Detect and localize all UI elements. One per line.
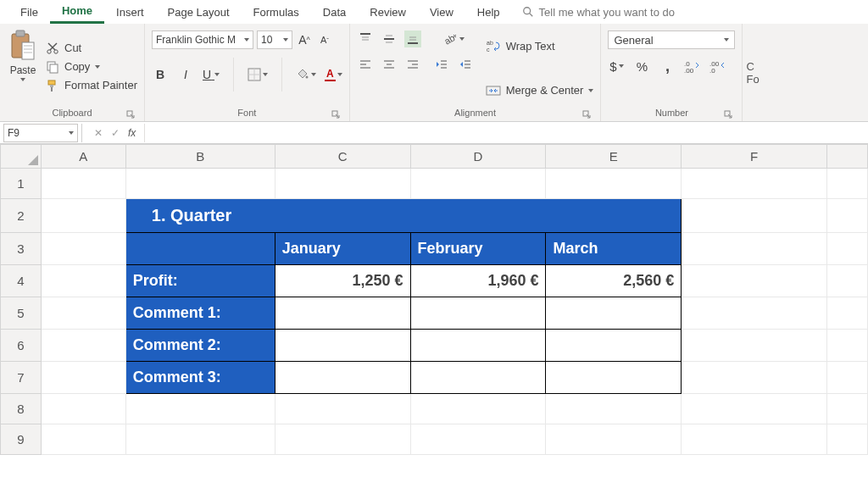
percent-button[interactable]: % — [633, 58, 650, 75]
alignment-dialog-launcher[interactable] — [581, 109, 592, 119]
col-header-c[interactable]: C — [275, 145, 410, 169]
tab-insert[interactable]: Insert — [104, 0, 156, 24]
cell[interactable] — [827, 424, 868, 455]
align-right-button[interactable] — [404, 56, 421, 73]
cell[interactable] — [41, 169, 125, 199]
cell[interactable] — [275, 330, 410, 362]
merge-center-button[interactable]: Merge & Center — [486, 84, 594, 97]
cell-title[interactable]: 1. Quarter — [125, 199, 681, 233]
row-header-7[interactable]: 7 — [1, 362, 42, 394]
align-left-button[interactable] — [357, 56, 374, 73]
col-header-e[interactable]: E — [546, 145, 682, 169]
underline-button[interactable]: U — [203, 66, 220, 83]
paste-button[interactable]: Paste — [7, 27, 42, 106]
cancel-formula-button[interactable]: ✕ — [94, 127, 103, 139]
decrease-decimal-button[interactable]: .00.0 — [709, 58, 726, 75]
spreadsheet-grid[interactable]: A B C D E F 1 2 1. Quarter 3 January Feb… — [0, 144, 868, 455]
comma-button[interactable]: , — [659, 58, 676, 75]
cell[interactable] — [125, 169, 275, 199]
cell[interactable] — [682, 265, 827, 297]
cell-profit-label[interactable]: Profit: — [125, 265, 275, 297]
decrease-indent-button[interactable] — [433, 56, 450, 73]
cell[interactable] — [827, 394, 868, 424]
row-header-9[interactable]: 9 — [1, 424, 42, 455]
formula-input[interactable] — [144, 124, 868, 142]
accounting-format-button[interactable]: $ — [608, 58, 625, 75]
orientation-button[interactable]: ab — [433, 30, 474, 47]
enter-formula-button[interactable]: ✓ — [111, 127, 120, 139]
cell[interactable] — [682, 233, 827, 265]
wrap-text-button[interactable]: abc Wrap Text — [486, 39, 594, 53]
row-header-3[interactable]: 3 — [1, 233, 42, 265]
cell[interactable] — [410, 424, 546, 455]
cell[interactable] — [275, 394, 410, 424]
col-header-f[interactable]: F — [682, 145, 827, 169]
cell[interactable] — [410, 394, 546, 424]
font-dialog-launcher[interactable] — [331, 109, 341, 119]
tab-file[interactable]: File — [8, 0, 50, 24]
font-color-button[interactable]: A — [325, 66, 342, 83]
fill-color-button[interactable] — [296, 66, 316, 83]
row-header-6[interactable]: 6 — [1, 330, 42, 362]
tell-me-search[interactable]: Tell me what you want to do — [522, 6, 675, 19]
number-dialog-launcher[interactable] — [723, 109, 733, 119]
cell-comment2-label[interactable]: Comment 2: — [125, 330, 275, 362]
cell[interactable] — [827, 362, 868, 394]
increase-font-button[interactable]: A^ — [296, 31, 313, 48]
cell[interactable] — [546, 424, 682, 455]
cell[interactable] — [546, 297, 682, 330]
cell[interactable] — [682, 169, 827, 199]
cell[interactable] — [41, 330, 125, 362]
align-bottom-button[interactable] — [404, 30, 421, 47]
cell[interactable] — [682, 362, 827, 394]
cell-month-feb[interactable]: February — [410, 233, 546, 265]
col-header-g[interactable] — [827, 145, 868, 169]
cell[interactable] — [410, 169, 546, 199]
cell[interactable] — [546, 330, 682, 362]
cell-comment1-label[interactable]: Comment 1: — [125, 297, 275, 330]
increase-decimal-button[interactable]: .0.00 — [684, 58, 701, 75]
tab-formulas[interactable]: Formulas — [242, 0, 311, 24]
cell[interactable] — [827, 169, 868, 199]
font-name-select[interactable]: Franklin Gothic M — [152, 30, 253, 49]
cell[interactable] — [546, 362, 682, 394]
clipboard-dialog-launcher[interactable] — [125, 109, 136, 119]
row-header-2[interactable]: 2 — [1, 199, 42, 233]
cell[interactable] — [682, 330, 827, 362]
insert-function-button[interactable]: fx — [128, 127, 136, 139]
cell[interactable] — [682, 424, 827, 455]
cell[interactable] — [125, 233, 275, 265]
row-header-1[interactable]: 1 — [1, 169, 42, 199]
paste-dropdown-icon[interactable] — [20, 78, 25, 81]
row-header-4[interactable]: 4 — [1, 265, 42, 297]
cell-month-mar[interactable]: March — [546, 233, 682, 265]
cell[interactable] — [410, 330, 546, 362]
cell-comment3-label[interactable]: Comment 3: — [125, 362, 275, 394]
cell-profit-jan[interactable]: 1,250 € — [275, 265, 410, 297]
cell[interactable] — [546, 169, 682, 199]
cell[interactable] — [546, 394, 682, 424]
cell[interactable] — [827, 199, 868, 233]
cell[interactable] — [410, 297, 546, 330]
cell[interactable] — [125, 424, 275, 455]
col-header-d[interactable]: D — [410, 145, 546, 169]
tab-home[interactable]: Home — [50, 0, 104, 24]
cell[interactable] — [41, 394, 125, 424]
increase-indent-button[interactable] — [457, 56, 474, 73]
decrease-font-button[interactable]: Aˇ — [316, 31, 333, 48]
cell[interactable] — [275, 424, 410, 455]
cell[interactable] — [41, 424, 125, 455]
align-top-button[interactable] — [357, 30, 374, 47]
cell[interactable] — [125, 394, 275, 424]
cell-profit-mar[interactable]: 2,560 € — [546, 265, 682, 297]
italic-button[interactable]: I — [177, 66, 194, 83]
cell[interactable] — [275, 362, 410, 394]
borders-button[interactable] — [248, 66, 268, 83]
tab-data[interactable]: Data — [311, 0, 358, 24]
cell[interactable] — [275, 169, 410, 199]
cell-month-jan[interactable]: January — [275, 233, 410, 265]
cell-profit-feb[interactable]: 1,960 € — [410, 265, 546, 297]
cell[interactable] — [410, 362, 546, 394]
cell[interactable] — [275, 297, 410, 330]
format-painter-button[interactable]: Format Painter — [46, 79, 137, 92]
